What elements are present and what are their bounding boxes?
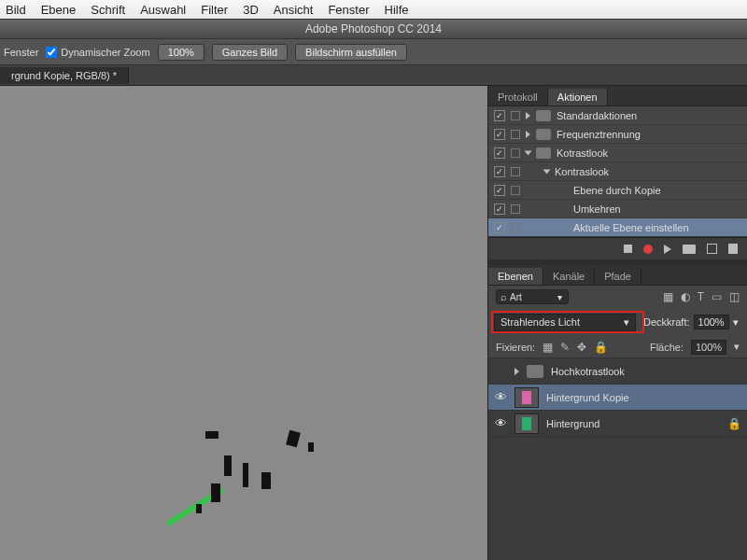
layer-filter-kind[interactable]: Art▾ [496,289,569,304]
dialog-toggle[interactable] [511,148,520,158]
menu-filter[interactable]: Filter [201,3,228,17]
folder-icon [536,110,551,121]
dialog-toggle[interactable] [511,167,520,176]
actions-panel-tabs: Protokoll Aktionen [488,86,747,106]
action-label: Standardaktionen [557,110,637,121]
layer-row[interactable]: Hochkotrastlook [488,358,747,385]
action-row[interactable]: ✓Kontraslook [488,162,747,181]
fill-label: Fläche: [650,342,684,353]
check-icon[interactable]: ✓ [494,222,505,233]
action-label: Ebene durch Kopie [573,185,661,196]
menu-ebene[interactable]: Ebene [41,3,77,17]
disclosure-triangle-icon[interactable] [514,368,519,375]
visibility-eye-icon[interactable]: 👁 [494,416,507,430]
actions-footer [488,237,747,259]
new-set-icon[interactable] [683,245,696,254]
menu-auswahl[interactable]: Auswahl [140,3,186,17]
dialog-toggle[interactable] [511,204,520,214]
check-icon[interactable]: ✓ [494,166,505,177]
tab-pfade[interactable]: Pfade [595,268,641,285]
menu-3d[interactable]: 3D [243,3,259,17]
opacity-value[interactable]: 100% [694,315,729,329]
disclosure-triangle-icon[interactable] [543,169,551,174]
tab-aktionen[interactable]: Aktionen [548,89,608,105]
filter-adjust-icon[interactable]: ◐ [681,290,690,303]
dialog-toggle[interactable] [511,186,520,195]
tab-protokoll[interactable]: Protokoll [488,89,548,105]
lock-label: Fixieren: [496,342,535,353]
layer-thumbnail[interactable] [514,387,539,408]
action-label: Kontraslook [555,166,609,177]
menu-ansicht[interactable]: Ansicht [274,3,314,17]
fill-screen-button[interactable]: Bildschirm ausfüllen [295,44,407,61]
action-label: Kotrastlook [557,147,608,159]
visibility-eye-icon[interactable]: 👁 [494,390,507,404]
disclosure-triangle-icon[interactable] [526,131,530,138]
check-icon[interactable]: ✓ [494,110,505,121]
tab-kanale[interactable]: Kanäle [543,268,595,285]
check-icon[interactable]: ✓ [494,203,505,215]
canvas[interactable] [0,86,487,560]
lock-position-icon[interactable]: ✥ [577,341,586,354]
folder-icon [527,365,543,378]
action-label: Frequenztrennung [557,129,641,140]
actions-list: ✓Standardaktionen✓Frequenztrennung✓Kotra… [488,106,747,237]
filter-shape-icon[interactable]: ▭ [712,290,722,303]
stop-icon[interactable] [624,245,632,253]
opacity-flyout-icon[interactable]: ▾ [733,316,739,329]
menu-hilfe[interactable]: Hilfe [385,3,409,17]
action-row[interactable]: ✓Frequenztrennung [488,125,747,144]
mac-menu-bar[interactable]: Bild Ebene Schrift Auswahl Filter 3D Ans… [0,0,747,19]
document-tab[interactable]: rgrund Kopie, RGB/8) * [0,67,129,84]
lock-icon: 🔒 [727,417,741,430]
whole-image-button[interactable]: Ganzes Bild [212,44,288,61]
check-icon[interactable]: ✓ [494,147,505,159]
menu-schrift[interactable]: Schrift [91,3,125,17]
fit-windows-option[interactable]: Fenster [4,47,38,58]
new-action-icon[interactable] [707,244,717,254]
fill-flyout-icon[interactable]: ▾ [734,341,740,353]
zoom-value-button[interactable]: 100% [158,44,204,61]
layer-row[interactable]: 👁Hintergrund🔒 [488,411,747,437]
lock-image-icon[interactable]: ✎ [560,341,570,354]
blend-mode-dropdown[interactable]: Strahlendes Licht▾ [494,314,636,331]
action-row[interactable]: ✓Aktuelle Ebene einstellen [488,218,747,237]
dialog-toggle[interactable] [511,130,520,139]
filter-pixel-icon[interactable]: ▦ [663,290,673,303]
layers-filter-bar: Art▾ ▦ ◐ T ▭ ◫ [488,286,747,308]
layer-label: Hintergrund Kopie [546,392,629,403]
action-row[interactable]: ✓Ebene durch Kopie [488,181,747,200]
dynamic-zoom-checkbox[interactable]: Dynamischer Zoom [46,47,149,58]
action-row[interactable]: ✓Umkehren [488,200,747,218]
disclosure-triangle-icon[interactable] [526,112,530,119]
check-icon[interactable]: ✓ [494,129,505,140]
trash-icon[interactable] [728,244,738,254]
menu-fenster[interactable]: Fenster [328,3,369,17]
dialog-toggle[interactable] [511,111,520,120]
folder-icon [536,129,551,140]
layer-label: Hintergrund [546,418,599,429]
action-row[interactable]: ✓Standardaktionen [488,106,747,125]
lock-all-icon[interactable]: 🔒 [594,341,608,354]
layers-panel-tabs: Ebenen Kanäle Pfade [488,265,747,286]
disclosure-triangle-icon[interactable] [525,150,532,155]
lock-transparent-icon[interactable]: ▦ [543,341,553,354]
layer-row[interactable]: 👁Hintergrund Kopie [488,385,747,411]
record-icon[interactable] [643,245,653,254]
filter-type-icon[interactable]: T [698,290,704,303]
dialog-toggle[interactable] [511,223,520,232]
check-icon[interactable]: ✓ [494,185,505,196]
options-bar: Fenster Dynamischer Zoom 100% Ganzes Bil… [0,39,747,65]
lock-fill-row: Fixieren: ▦ ✎ ✥ 🔒 Fläche: 100% ▾ [488,336,747,358]
menu-bild[interactable]: Bild [6,3,26,17]
action-row[interactable]: ✓Kotrastlook [488,144,747,162]
document-tab-bar: rgrund Kopie, RGB/8) * [0,65,747,86]
action-label: Umkehren [573,203,621,215]
play-icon[interactable] [664,245,671,254]
layer-thumbnail[interactable] [514,413,539,434]
app-title: Adobe Photoshop CC 2014 [305,22,442,35]
tab-ebenen[interactable]: Ebenen [488,268,543,285]
fill-value[interactable]: 100% [691,340,726,355]
filter-smart-icon[interactable]: ◫ [729,290,740,303]
layer-label: Hochkotrastlook [551,366,625,377]
